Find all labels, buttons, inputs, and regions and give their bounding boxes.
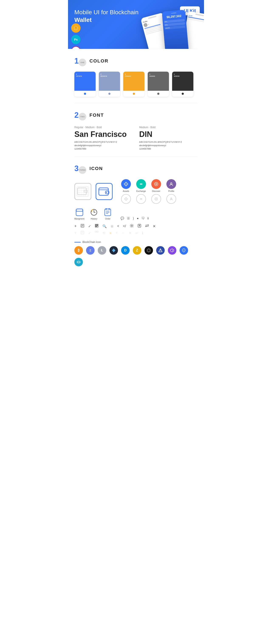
section-number-1: 1 [74, 57, 78, 65]
profile-icon-item: Profile [166, 179, 176, 192]
discover-icon [154, 182, 158, 186]
svg-rect-51 [97, 225, 98, 225]
wallet-outline-icon [74, 183, 92, 200]
profile-label: Profile [168, 190, 174, 192]
svg-marker-67 [172, 249, 173, 252]
svg-point-20 [106, 192, 107, 193]
wallet-filled-svg [98, 187, 110, 196]
section-badge-one: ONE [78, 59, 86, 66]
app-icons-filled: Assets Exchange [121, 179, 176, 192]
din-name: DIN [139, 130, 198, 139]
iota-icon [144, 246, 153, 254]
profile-icon [169, 182, 174, 186]
svg-rect-17 [99, 188, 108, 195]
icon-upload [138, 224, 141, 228]
discover-label: Discover [152, 190, 160, 192]
svg-point-25 [171, 183, 172, 184]
din-uppercase: ABCDEFGHIJKLMNOPQRSTUVWXYZ [139, 141, 198, 143]
icon-circle: ● [137, 216, 138, 220]
svg-rect-49 [97, 226, 98, 227]
crypto-icons: ₿ Ξ Ł D Z [74, 246, 198, 266]
svg-rect-50 [96, 225, 96, 225]
discover-outline-item [151, 194, 161, 204]
wallet-filled-icon [96, 183, 112, 200]
svg-marker-61 [112, 248, 116, 252]
history-label: History [91, 218, 97, 220]
ps-badge: Ps [71, 35, 80, 44]
eth-icon: Ξ [86, 246, 94, 254]
small-icons-faded: + ✓ ⟲ ★ < ↔ ✕ ↩ ℹ [74, 230, 198, 235]
swatch-grayblue: #8DA0C8 [99, 72, 120, 97]
order-icon [104, 208, 112, 216]
sf-style-label: Regular · Medium · Bold [74, 126, 133, 129]
hero-title: Mobile UI for Blockchain Wallet [74, 8, 149, 24]
blockchain-label: BlockChain Icon [82, 240, 101, 244]
color-section-header: 1 ONE COLOR [74, 56, 198, 66]
sf-numbers: 1234567890 [74, 148, 133, 150]
blockchain-line [74, 242, 81, 242]
color-section-title: COLOR [90, 58, 108, 64]
blockchain-section: BlockChain Icon ₿ Ξ Ł D [74, 240, 198, 266]
svg-rect-59 [95, 231, 96, 232]
swatch-gray: #666666 [148, 72, 169, 97]
icon-gear [130, 224, 134, 228]
icon-section-header: 3 THREE ICON [74, 163, 198, 174]
order-label: Order [105, 218, 110, 220]
icon-share: </ [123, 224, 126, 228]
din-numbers: 1234567890 [139, 148, 198, 150]
svg-rect-52 [96, 226, 96, 227]
section-badge-three: THREE [78, 166, 86, 174]
sketch-badge [71, 24, 80, 33]
management-icon-item: Mangment [74, 208, 84, 220]
order-icon-item: Order [104, 208, 112, 220]
svg-rect-60 [97, 231, 98, 232]
font-din: Medium · Bold DIN ABCDEFGHIJKLMNOPQRSTUV… [139, 126, 198, 150]
svg-point-24 [156, 184, 157, 185]
icon-grid-main: Assets Exchange [74, 179, 198, 204]
phone-mockups: Profile AI myWallet $6,297,502 [144, 11, 204, 49]
icon-list [80, 224, 84, 228]
phone-mockup-2: myWallet $6,297,502 BTC ETH WAVES [162, 10, 189, 49]
icon-swap [145, 224, 149, 228]
app-icons-outline [121, 194, 176, 204]
icon-star: ☆ [110, 224, 114, 228]
icon-stack: ☰ [127, 216, 130, 220]
exchange-icon-item: Exchange [136, 179, 146, 192]
icon-star-active: ★ [109, 231, 112, 235]
small-icons-section: + ✓ [74, 224, 198, 235]
din-lowercase: abcdefghijklmnopqrstuvwxyz [139, 144, 198, 147]
svg-rect-32 [76, 209, 83, 211]
assets-outline-item [121, 194, 131, 204]
history-icon-item: History [90, 208, 98, 220]
assets-icon [124, 182, 128, 186]
nav-icons-row: Mangment History Order [74, 208, 198, 220]
waves-icon [156, 246, 165, 254]
section-number-3: 3 [74, 165, 78, 172]
exchange-icon [139, 182, 144, 186]
icon-chevron-left: < [117, 224, 119, 228]
section-number-2: 2 [74, 111, 78, 119]
sketch-icon [74, 26, 78, 30]
icon-search: 🔍 [102, 224, 107, 228]
dash-icon: D [121, 246, 130, 254]
font-section-title: FONT [90, 112, 104, 118]
sf-lowercase: abcdefghijklmnopqrstuvwxyz [74, 144, 133, 147]
ltc-icon: Ł [98, 246, 106, 254]
font-grid: Regular · Medium · Bold San Francisco AB… [74, 126, 198, 150]
poa-icon [180, 246, 188, 254]
svg-point-30 [171, 198, 172, 199]
history-icon [90, 208, 98, 216]
font-section-header: 2 TWO FONT [74, 110, 198, 120]
assets-label: Assets [123, 190, 129, 192]
svg-point-27 [126, 198, 126, 199]
profile-outline-item [166, 194, 176, 204]
exchange-outline-item [136, 194, 146, 204]
swatch-orange: #F5A623 [123, 72, 144, 97]
color-section: 1 ONE COLOR #3574FA #8DA0C8 #F5A623 #666… [68, 49, 204, 103]
swatch-dark: #303030 [172, 72, 194, 97]
management-icon [75, 208, 84, 216]
icon-section: 3 THREE ICON [68, 157, 204, 273]
icon-moon: ) [133, 216, 134, 220]
font-section: 2 TWO FONT Regular · Medium · Bold San F… [68, 103, 204, 156]
color-swatches: #3574FA #8DA0C8 #F5A623 #666666 #303030 [74, 72, 198, 97]
